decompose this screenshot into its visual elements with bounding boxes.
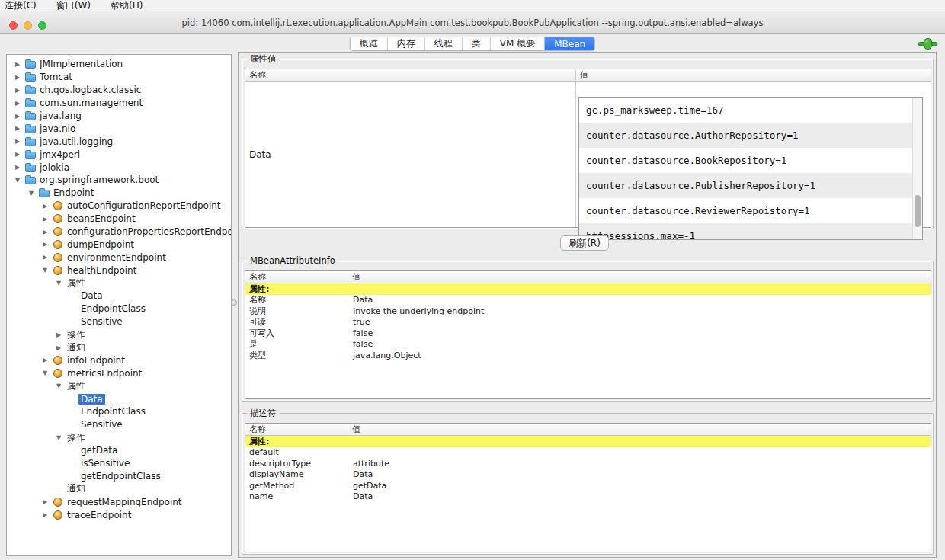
- info-table-row[interactable]: 属性:: [245, 436, 931, 447]
- tree-row[interactable]: ▶java.nio: [7, 122, 231, 135]
- tree-item-label[interactable]: jmx4perl: [37, 149, 82, 160]
- info-table-row[interactable]: 名称Data: [245, 295, 931, 306]
- tree-row[interactable]: ▼Endpoint: [7, 187, 231, 200]
- tree-item-label[interactable]: Data: [78, 290, 105, 301]
- column-header-value[interactable]: 值: [576, 69, 931, 81]
- chevron-expanded-icon[interactable]: ▼: [39, 267, 51, 274]
- chevron-collapsed-icon[interactable]: ▶: [39, 254, 51, 261]
- attribute-value-row[interactable]: httpsessions.max=-1: [579, 223, 922, 240]
- info-table-row[interactable]: default: [245, 447, 931, 459]
- tree-item-label[interactable]: autoConfigurationReportEndpoint: [65, 200, 223, 211]
- info-table-row[interactable]: 可读true: [245, 317, 931, 328]
- tree-row[interactable]: Sensitive: [7, 418, 231, 431]
- attribute-value-row[interactable]: counter.datasource.PublisherRepository=1: [579, 173, 922, 198]
- tree-item-label[interactable]: 通知: [65, 341, 88, 354]
- tab-vm-概要[interactable]: VM 概要: [491, 37, 545, 50]
- info-table-row[interactable]: 类型java.lang.Object: [245, 350, 931, 361]
- tree-row[interactable]: EndpointClass: [7, 302, 231, 315]
- tree-row[interactable]: 通知: [7, 482, 231, 495]
- chevron-expanded-icon[interactable]: ▼: [53, 382, 65, 389]
- chevron-collapsed-icon[interactable]: ▶: [11, 61, 24, 68]
- tab-线程[interactable]: 线程: [425, 37, 463, 50]
- tree-item-label[interactable]: metricsEndpoint: [65, 368, 144, 379]
- tree-row[interactable]: ▼org.springframework.boot: [7, 174, 231, 187]
- tree-row[interactable]: ▶traceEndpoint: [7, 508, 231, 521]
- tree-item-label[interactable]: traceEndpoint: [65, 510, 133, 520]
- chevron-collapsed-icon[interactable]: ▶: [11, 100, 24, 107]
- column-header-name[interactable]: 名称: [245, 271, 348, 283]
- chevron-collapsed-icon[interactable]: ▶: [39, 203, 51, 210]
- tree-item-label[interactable]: beansEndpoint: [65, 213, 138, 224]
- tree-item-label[interactable]: org.springframework.boot: [37, 174, 161, 185]
- tree-row[interactable]: ▶操作: [7, 328, 231, 341]
- tree-item-label[interactable]: Endpoint: [51, 187, 96, 198]
- value-list-scrollbar[interactable]: [912, 98, 922, 239]
- tree-item-label[interactable]: JMImplementation: [37, 59, 125, 69]
- tree-row[interactable]: ▶infoEndpoint: [7, 354, 231, 366]
- column-header-name[interactable]: 名称: [245, 69, 576, 81]
- tree-row[interactable]: Sensitive: [7, 315, 231, 328]
- chevron-collapsed-icon[interactable]: ▶: [53, 331, 65, 338]
- tree-item-label[interactable]: com.sun.management: [37, 98, 145, 108]
- tab-mbean[interactable]: MBean: [545, 37, 594, 50]
- info-table-row[interactable]: descriptorTypeattribute: [245, 458, 931, 469]
- chevron-collapsed-icon[interactable]: ▶: [39, 498, 51, 505]
- chevron-collapsed-icon[interactable]: ▶: [11, 138, 24, 145]
- attribute-name-cell[interactable]: Data: [245, 82, 576, 227]
- tree-item-label[interactable]: Tomcat: [37, 72, 75, 82]
- chevron-collapsed-icon[interactable]: ▶: [11, 74, 24, 81]
- tree-item-label[interactable]: requestMappingEndpoint: [65, 497, 184, 507]
- chevron-expanded-icon[interactable]: ▼: [53, 434, 65, 441]
- tree-row[interactable]: ▼healthEndpoint: [7, 264, 231, 277]
- tab-内存[interactable]: 内存: [388, 37, 425, 50]
- tree-row[interactable]: getData: [7, 444, 231, 457]
- info-table-row[interactable]: 可写入false: [245, 328, 931, 339]
- tree-row[interactable]: ▶JMImplementation: [7, 58, 231, 71]
- attribute-value-row[interactable]: counter.datasource.AuthorRepository=1: [579, 123, 922, 148]
- tree-item-label[interactable]: EndpointClass: [78, 406, 148, 417]
- tree-row[interactable]: ▶requestMappingEndpoint: [7, 495, 231, 508]
- tree-item-label[interactable]: 操作: [65, 328, 88, 341]
- tree-item-label[interactable]: configurationPropertiesReportEndpoint: [65, 226, 232, 237]
- attribute-value-row[interactable]: counter.datasource.ReviewerRepoistory=1: [579, 198, 922, 223]
- column-header-value[interactable]: 值: [348, 424, 931, 435]
- chevron-collapsed-icon[interactable]: ▶: [11, 164, 24, 171]
- chevron-collapsed-icon[interactable]: ▶: [11, 87, 24, 94]
- chevron-collapsed-icon[interactable]: ▶: [39, 241, 51, 248]
- tree-row[interactable]: ▶autoConfigurationReportEndpoint: [7, 200, 231, 213]
- tree-row[interactable]: ▶com.sun.management: [7, 97, 231, 110]
- tree-item-label[interactable]: environmentEndpoint: [65, 252, 168, 263]
- menu-item-1[interactable]: 窗口(W): [56, 0, 91, 12]
- tree-row[interactable]: ▶beansEndpoint: [7, 213, 231, 226]
- tree-item-label[interactable]: Sensitive: [78, 419, 125, 430]
- tree-item-label[interactable]: dumpEndpoint: [65, 239, 136, 250]
- menu-item-0[interactable]: 连接(C): [5, 0, 37, 12]
- tree-row[interactable]: ▼属性: [7, 379, 231, 392]
- tree-row[interactable]: ▶environmentEndpoint: [7, 251, 231, 264]
- info-table-row[interactable]: getMethodgetData: [245, 480, 931, 491]
- info-table-row[interactable]: 说明Invoke the underlying endpoint: [245, 306, 931, 317]
- tree-item-label[interactable]: 通知: [65, 482, 88, 495]
- tree-row[interactable]: ▶ch.qos.logback.classic: [7, 84, 231, 97]
- tree-item-label[interactable]: java.nio: [37, 123, 78, 134]
- tree-row[interactable]: ▼属性: [7, 277, 231, 290]
- info-table-row[interactable]: nameData: [245, 491, 931, 503]
- tab-类[interactable]: 类: [463, 37, 491, 50]
- tree-row[interactable]: ▶java.util.logging: [7, 135, 231, 148]
- attribute-value-list[interactable]: gc.ps_marksweep.time=167counter.datasour…: [578, 97, 923, 240]
- chevron-expanded-icon[interactable]: ▼: [53, 280, 65, 286]
- chevron-collapsed-icon[interactable]: ▶: [39, 357, 51, 363]
- tree-item-label[interactable]: 属性: [65, 277, 88, 290]
- tree-row[interactable]: ▶通知: [7, 341, 231, 354]
- tree-row[interactable]: ▼metricsEndpoint: [7, 366, 231, 379]
- info-table-row[interactable]: 是false: [245, 339, 931, 350]
- tab-概览[interactable]: 概览: [351, 37, 388, 50]
- tree-row[interactable]: ▶jmx4perl: [7, 148, 231, 161]
- info-table-row[interactable]: 属性:: [245, 283, 931, 295]
- tree-row[interactable]: EndpointClass: [7, 405, 231, 418]
- attribute-value-row[interactable]: gc.ps_marksweep.time=167: [579, 98, 922, 123]
- tree-item-label[interactable]: EndpointClass: [78, 303, 148, 314]
- tree-row[interactable]: ▶dumpEndpoint: [7, 238, 231, 251]
- tree-row[interactable]: ▼操作: [7, 431, 231, 444]
- chevron-expanded-icon[interactable]: ▼: [39, 370, 51, 376]
